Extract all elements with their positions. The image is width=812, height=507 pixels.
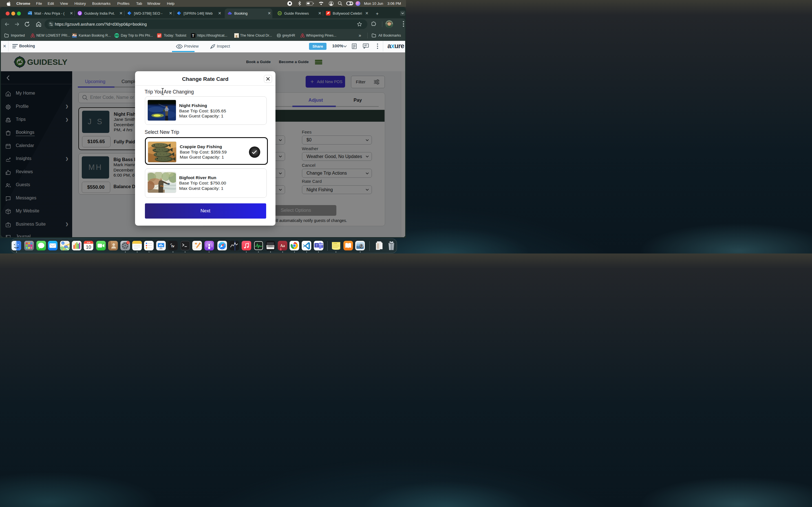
- svg-text:o: o: [29, 12, 30, 15]
- svg-text:❝: ❝: [195, 242, 197, 247]
- svg-text:JUN: JUN: [87, 241, 91, 243]
- svg-text:10: 10: [86, 244, 91, 250]
- svg-text:T: T: [192, 34, 194, 38]
- svg-text:T: T: [316, 244, 318, 247]
- svg-text:1: 1: [128, 241, 129, 244]
- svg-text:280: 280: [65, 246, 67, 247]
- svg-text:Aa: Aa: [280, 244, 285, 248]
- svg-text:g: g: [236, 34, 238, 38]
- svg-text:tv: tv: [171, 244, 174, 248]
